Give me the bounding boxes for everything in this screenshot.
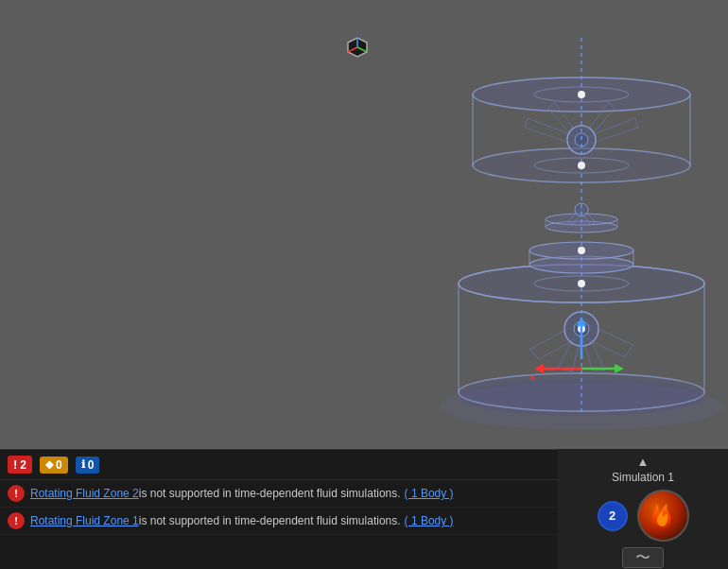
message-row-1: ! Rotating Fluid Zone 2 is not supported… <box>0 480 558 508</box>
flame-svg <box>645 498 681 534</box>
info-badge: ℹ 0 <box>76 457 100 474</box>
message-error-icon-1: ! <box>8 485 25 502</box>
warning-badge: ◆ 0 <box>40 457 68 474</box>
svg-point-30 <box>578 162 585 169</box>
message-row-2: ! Rotating Fluid Zone 1 is not supported… <box>0 508 558 535</box>
status-badges-row: ! 2 ◆ 0 ℹ 0 <box>0 450 558 480</box>
3d-viewport[interactable]: × <box>0 0 728 449</box>
scene-svg: × <box>0 0 728 449</box>
info-count: 0 <box>88 458 95 472</box>
svg-point-29 <box>578 91 585 98</box>
error-count: 2 <box>20 458 26 472</box>
wave-button[interactable]: 〜 <box>622 547 664 568</box>
message-text-2: is not supported in time-dependent fluid… <box>139 514 401 527</box>
up-arrow[interactable]: ▲ <box>637 455 650 469</box>
error-icon: ! <box>13 457 17 472</box>
message-error-icon-2: ! <box>8 512 25 529</box>
error-badge: ! 2 <box>8 456 32 474</box>
message-body-link-1[interactable]: ( 1 Body ) <box>405 487 454 500</box>
simulation-icon[interactable] <box>637 490 689 542</box>
warning-icon: ◆ <box>45 458 53 471</box>
status-bar: ! 2 ◆ 0 ℹ 0 ! Rotating Fluid Zone 2 is n… <box>0 449 558 569</box>
svg-text:×: × <box>529 372 535 383</box>
warning-count: 0 <box>56 458 62 472</box>
info-icon: ℹ <box>81 458 85 471</box>
message-zone-link-1[interactable]: Rotating Fluid Zone 2 <box>30 487 139 500</box>
simulation-count-badge: 2 <box>598 501 628 531</box>
message-text-1: is not supported in time-dependent fluid… <box>139 487 401 500</box>
svg-point-32 <box>578 280 585 287</box>
message-zone-link-2[interactable]: Rotating Fluid Zone 1 <box>30 514 139 527</box>
simulation-label: Simulation 1 <box>612 471 674 484</box>
svg-point-31 <box>578 247 585 254</box>
message-body-link-2[interactable]: ( 1 Body ) <box>405 514 454 527</box>
